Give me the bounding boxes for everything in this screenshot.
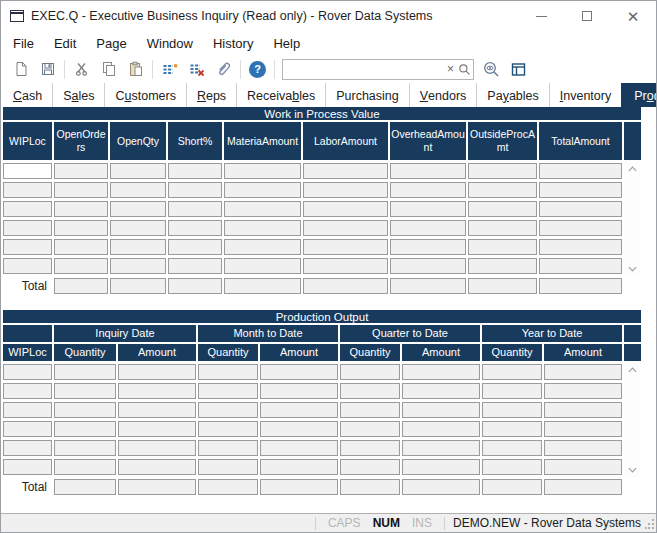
scroll-up-icon[interactable] <box>628 367 637 373</box>
cell-r2-c1[interactable] <box>54 201 108 217</box>
cell-r5-c1[interactable] <box>54 258 108 274</box>
cell-r1-c6[interactable] <box>402 383 480 399</box>
production-table-scrollbar[interactable] <box>624 361 641 477</box>
tab-customers[interactable]: Customers <box>104 83 185 107</box>
paste-button[interactable] <box>122 57 149 81</box>
cell-r1-c4[interactable] <box>260 383 338 399</box>
tab-receivables[interactable]: Receivables <box>236 83 325 107</box>
cell-r0-c2[interactable] <box>110 163 166 179</box>
cell-r4-c0[interactable] <box>3 440 52 456</box>
cell-r1-c7[interactable] <box>482 383 542 399</box>
cell-r4-c8[interactable] <box>544 440 622 456</box>
cell-r4-c3[interactable] <box>168 239 222 255</box>
cell-r3-c8[interactable] <box>539 220 622 236</box>
cell-r2-c7[interactable] <box>468 201 537 217</box>
cell-r2-c8[interactable] <box>539 201 622 217</box>
cell-r3-c2[interactable] <box>110 220 166 236</box>
cell-r0-c6[interactable] <box>402 364 480 380</box>
cell-r3-c8[interactable] <box>544 421 622 437</box>
cell-r2-c4[interactable] <box>260 402 338 418</box>
cell-r3-c5[interactable] <box>340 421 400 437</box>
cell-r0-c1[interactable] <box>54 163 108 179</box>
cell-r5-c3[interactable] <box>168 258 222 274</box>
cell-r0-c0[interactable] <box>3 364 52 380</box>
cell-r2-c5[interactable] <box>340 402 400 418</box>
cell-r5-c7[interactable] <box>468 258 537 274</box>
menu-file[interactable]: File <box>3 33 44 54</box>
cell-r3-c3[interactable] <box>198 421 258 437</box>
cell-r1-c1[interactable] <box>54 383 116 399</box>
cell-r4-c2[interactable] <box>118 440 196 456</box>
insert-row-button[interactable] <box>156 57 183 81</box>
cell-r5-c1[interactable] <box>54 459 116 475</box>
cell-r5-c8[interactable] <box>544 459 622 475</box>
tab-inventory[interactable]: Inventory <box>549 83 621 107</box>
cell-r1-c8[interactable] <box>539 182 622 198</box>
cell-r2-c7[interactable] <box>482 402 542 418</box>
cell-r3-c7[interactable] <box>468 220 537 236</box>
cut-button[interactable] <box>68 57 95 81</box>
cell-r0-c4[interactable] <box>224 163 301 179</box>
cell-r5-c6[interactable] <box>402 459 480 475</box>
cell-r1-c5[interactable] <box>303 182 388 198</box>
close-button[interactable]: ✕ <box>610 1 656 31</box>
cell-r1-c7[interactable] <box>468 182 537 198</box>
cell-r3-c2[interactable] <box>118 421 196 437</box>
cell-r1-c5[interactable] <box>340 383 400 399</box>
cell-r4-c5[interactable] <box>340 440 400 456</box>
cell-r4-c1[interactable] <box>54 440 116 456</box>
cell-r3-c6[interactable] <box>390 220 466 236</box>
minimize-button[interactable] <box>518 1 564 31</box>
cell-r1-c2[interactable] <box>110 182 166 198</box>
cell-r4-c6[interactable] <box>390 239 466 255</box>
tab-purchasing[interactable]: Purchasing <box>325 83 409 107</box>
cell-r5-c7[interactable] <box>482 459 542 475</box>
search-input[interactable] <box>283 60 443 79</box>
cell-r4-c2[interactable] <box>110 239 166 255</box>
menu-window[interactable]: Window <box>137 33 203 54</box>
cell-r1-c1[interactable] <box>54 182 108 198</box>
tab-sales[interactable]: Sales <box>52 83 104 107</box>
cell-r0-c8[interactable] <box>544 364 622 380</box>
help-button[interactable]: ? <box>244 57 271 81</box>
cell-r0-c4[interactable] <box>260 364 338 380</box>
cell-r2-c2[interactable] <box>118 402 196 418</box>
cell-r4-c5[interactable] <box>303 239 388 255</box>
scroll-down-icon[interactable] <box>628 266 637 272</box>
cell-r0-c3[interactable] <box>198 364 258 380</box>
menu-edit[interactable]: Edit <box>44 33 86 54</box>
menu-help[interactable]: Help <box>263 33 310 54</box>
cell-r2-c6[interactable] <box>402 402 480 418</box>
cell-r3-c6[interactable] <box>402 421 480 437</box>
menu-page[interactable]: Page <box>86 33 136 54</box>
cell-r0-c5[interactable] <box>340 364 400 380</box>
cell-r5-c3[interactable] <box>198 459 258 475</box>
cell-r5-c6[interactable] <box>390 258 466 274</box>
cell-r0-c8[interactable] <box>539 163 622 179</box>
cell-r0-c2[interactable] <box>118 364 196 380</box>
cell-r4-c7[interactable] <box>482 440 542 456</box>
delete-row-button[interactable] <box>183 57 210 81</box>
search-icon[interactable] <box>458 63 475 76</box>
cell-r4-c1[interactable] <box>54 239 108 255</box>
cell-r4-c4[interactable] <box>260 440 338 456</box>
cell-r1-c0[interactable] <box>3 182 52 198</box>
scroll-down-icon[interactable] <box>628 467 637 473</box>
cell-r3-c7[interactable] <box>482 421 542 437</box>
cell-r5-c0[interactable] <box>3 459 52 475</box>
cell-r1-c3[interactable] <box>198 383 258 399</box>
cell-r1-c6[interactable] <box>390 182 466 198</box>
clear-search-icon[interactable]: × <box>443 63 458 75</box>
cell-r4-c0[interactable] <box>3 239 52 255</box>
tab-vendors[interactable]: Vendors <box>409 83 477 107</box>
cell-r0-c7[interactable] <box>482 364 542 380</box>
cell-r3-c4[interactable] <box>260 421 338 437</box>
cell-r4-c6[interactable] <box>402 440 480 456</box>
cell-r0-c0[interactable] <box>3 163 52 179</box>
menu-history[interactable]: History <box>203 33 263 54</box>
layout-button[interactable] <box>505 57 532 81</box>
cell-r5-c0[interactable] <box>3 258 52 274</box>
tab-production[interactable]: Production <box>621 83 657 107</box>
resize-grip[interactable] <box>645 516 655 530</box>
tab-cash[interactable]: Cash <box>3 83 52 107</box>
